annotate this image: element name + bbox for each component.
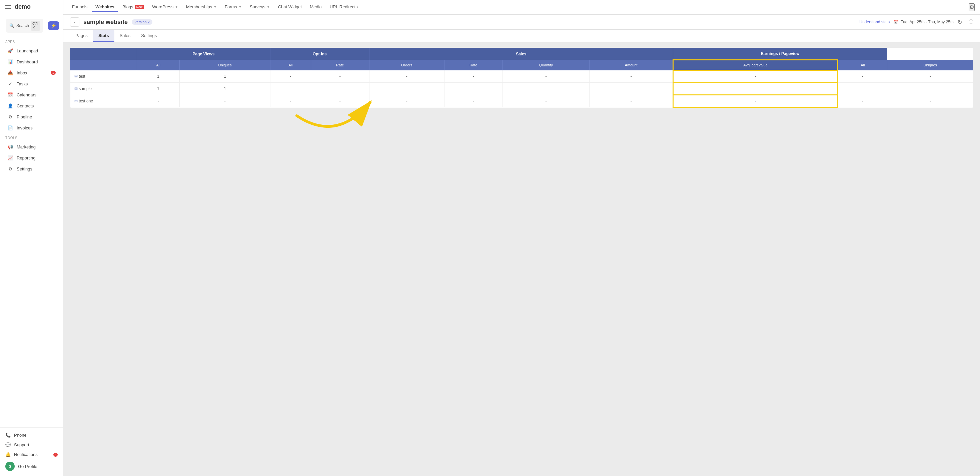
col-oi-all: All — [270, 60, 311, 70]
sidebar-bottom-label: Go Profile — [18, 464, 37, 469]
sidebar-item-label: Contacts — [17, 103, 34, 108]
col-s-orders: Orders — [369, 60, 444, 70]
understand-stats-link[interactable]: Understand stats — [860, 20, 890, 24]
sidebar-bottom-label: Notifications — [14, 452, 38, 457]
app-logo: demo — [15, 3, 31, 10]
version-badge: Version 2 — [132, 19, 153, 25]
sidebar-item-invoices[interactable]: 📄 Invoices — [2, 123, 61, 133]
cell-avg-cart: - — [673, 70, 838, 83]
cell-avg-cart: - — [673, 95, 838, 107]
sidebar-item-calendars[interactable]: 📅 Calendars — [2, 89, 61, 100]
date-range-text: Tue, Apr 25th - Thu, May 25th — [900, 20, 954, 24]
search-bar[interactable]: 🔍 Search ctrl K — [6, 19, 43, 33]
support-icon: 💬 — [5, 442, 11, 447]
nav-funnels[interactable]: Funnels — [69, 2, 91, 12]
cell-s-quantity: - — [503, 95, 590, 107]
lightning-button[interactable]: ⚡ — [48, 21, 59, 30]
sidebar-item-pipeline[interactable]: ⚙ Pipeline — [2, 111, 61, 122]
cell-pv-uniques: - — [180, 95, 270, 107]
nav-forms[interactable]: Forms ▼ — [221, 2, 245, 12]
cell-pv-all: 1 — [137, 70, 180, 83]
nav-media[interactable]: Media — [306, 2, 325, 12]
nav-websites[interactable]: Websites — [92, 2, 118, 12]
sidebar-item-profile[interactable]: G Go Profile — [0, 459, 63, 473]
sidebar: demo 🔍 Search ctrl K ⚡ Apps 🚀 Launchpad … — [0, 0, 64, 476]
cell-s-amount: - — [590, 83, 673, 95]
info-button[interactable]: ⓘ — [969, 19, 973, 25]
nav-wordpress[interactable]: WordPress ▼ — [149, 2, 181, 12]
sidebar-item-inbox[interactable]: 📥 Inbox 1 — [2, 67, 61, 78]
tab-stats[interactable]: Stats — [93, 30, 115, 42]
nav-memberships[interactable]: Memberships ▼ — [183, 2, 220, 12]
sidebar-item-label: Pipeline — [17, 115, 32, 119]
nav-url-redirects[interactable]: URL Redirects — [326, 2, 361, 12]
col-s-amount: Amount — [590, 60, 673, 70]
cell-pv-uniques: 1 — [180, 83, 270, 95]
sidebar-item-launchpad[interactable]: 🚀 Launchpad — [2, 45, 61, 56]
nav-label: WordPress — [152, 4, 173, 10]
col-s-rate: Rate — [444, 60, 503, 70]
header-right: Understand stats 📅 Tue, Apr 25th - Thu, … — [860, 19, 973, 25]
sidebar-item-label: Marketing — [17, 145, 36, 150]
nav-chat-widget[interactable]: Chat Widget — [275, 2, 305, 12]
earnings-header: Earnings / Pageview — [673, 48, 887, 60]
tab-settings[interactable]: Settings — [136, 30, 162, 42]
empty-header — [70, 48, 137, 60]
sidebar-item-phone[interactable]: 📞 Phone — [0, 430, 63, 440]
cell-e-uniques: - — [887, 95, 973, 107]
hamburger-button[interactable] — [5, 5, 11, 9]
sidebar-item-label: Reporting — [17, 156, 35, 161]
cell-s-rate: - — [444, 70, 503, 83]
nav-blogs[interactable]: Blogs New — [119, 2, 147, 12]
cell-e-uniques: - — [887, 70, 973, 83]
cell-s-amount: - — [590, 70, 673, 83]
sidebar-item-contacts[interactable]: 👤 Contacts — [2, 100, 61, 111]
nav-label: Surveys — [250, 4, 266, 10]
contacts-icon: 👤 — [7, 103, 13, 109]
calendars-icon: 📅 — [7, 92, 13, 98]
row-name-test: ✉ test — [70, 70, 137, 83]
sidebar-item-marketing[interactable]: 📢 Marketing — [2, 142, 61, 152]
cell-oi-all: - — [270, 83, 311, 95]
nav-surveys[interactable]: Surveys ▼ — [247, 2, 274, 12]
table-row: ✉ test 1 1 - - - - - - - - - — [70, 70, 973, 83]
nav-label: URL Redirects — [330, 4, 358, 10]
gear-button[interactable]: ⚙ — [969, 3, 975, 11]
sales-header: Sales — [369, 48, 673, 60]
sidebar-item-label: Calendars — [17, 92, 37, 97]
sidebar-item-reporting[interactable]: 📈 Reporting — [2, 153, 61, 163]
back-button[interactable]: ‹ — [70, 18, 80, 27]
sidebar-item-tasks[interactable]: ✓ Tasks — [2, 78, 61, 89]
sidebar-item-label: Settings — [17, 166, 32, 172]
sidebar-item-support[interactable]: 💬 Support — [0, 440, 63, 450]
tab-sales[interactable]: Sales — [115, 30, 136, 42]
pipeline-icon: ⚙ — [7, 114, 13, 120]
page-icon: ✉ — [74, 99, 78, 103]
page-header: ‹ sample website Version 2 Understand st… — [64, 15, 980, 30]
date-range: 📅 Tue, Apr 25th - Thu, May 25th — [894, 20, 954, 24]
sub-tabs: Pages Stats Sales Settings — [64, 30, 980, 42]
refresh-button[interactable]: ↻ — [958, 19, 962, 25]
sidebar-item-dashboard[interactable]: 📊 Dashboard — [2, 56, 61, 67]
page-views-header: Page Views — [137, 48, 270, 60]
phone-icon: 📞 — [5, 433, 11, 438]
tasks-icon: ✓ — [7, 81, 13, 87]
cell-s-rate: - — [444, 83, 503, 95]
col-e-all: All — [838, 60, 887, 70]
search-label: Search — [16, 23, 29, 28]
page-icon: ✉ — [74, 74, 78, 79]
sidebar-item-settings[interactable]: ⚙ Settings — [2, 164, 61, 174]
cell-pv-uniques: 1 — [180, 70, 270, 83]
sidebar-bottom: 📞 Phone 💬 Support 🔔 Notifications 4 G Go… — [0, 427, 63, 476]
apps-section-label: Apps — [0, 37, 63, 45]
stats-table: Page Views Opt-Ins Sales Earnings / Page… — [70, 48, 973, 108]
marketing-icon: 📢 — [7, 144, 13, 150]
page-icon: ✉ — [74, 86, 78, 91]
tools-section-label: Tools — [0, 134, 63, 141]
cell-s-quantity: - — [503, 83, 590, 95]
cell-e-all: - — [838, 70, 887, 83]
tab-pages[interactable]: Pages — [70, 30, 93, 42]
sidebar-item-notifications[interactable]: 🔔 Notifications 4 — [0, 450, 63, 459]
launchpad-icon: 🚀 — [7, 48, 13, 54]
cell-e-all: - — [838, 83, 887, 95]
